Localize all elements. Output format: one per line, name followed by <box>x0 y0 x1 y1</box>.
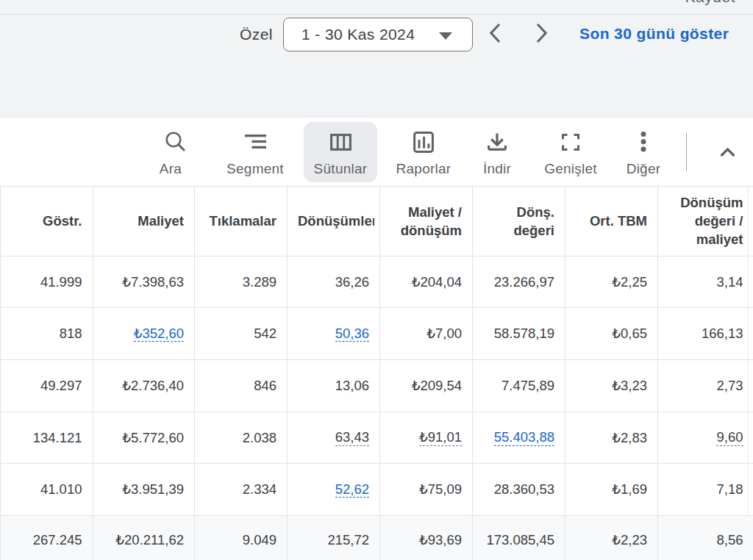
cell-donusum-degeri-maliyet: 166,13 <box>658 308 753 359</box>
cell-gostr: 41.999 <box>1 256 93 308</box>
toolbar-item-label: Diğer <box>599 161 688 177</box>
cell-dons-degeri: 23.266,97 <box>473 256 565 308</box>
column-header-label: Maliyet / <box>408 203 462 221</box>
metric-value: 166,13 <box>702 326 743 341</box>
metric-value: 7.475,89 <box>502 378 554 393</box>
cell-donusum-degeri-maliyet: 8,56 <box>658 516 753 560</box>
cell-maliyet-donusum: ₺7,00 <box>380 308 473 359</box>
column-header-gostr[interactable]: Göstr. <box>1 187 93 256</box>
metrics-table: Göstr.MaliyetTıklamalarDönüşümlerMaliyet… <box>0 186 753 560</box>
next-period-button[interactable] <box>524 15 559 50</box>
metric-value: 13,06 <box>335 378 369 393</box>
metric-value: 9.049 <box>243 532 276 548</box>
google-ads-screen: Kaydet Özel 1 - 30 Kas 2024 Son 30 günü … <box>0 0 753 560</box>
metric-value: 173.085,45 <box>486 532 554 548</box>
column-header-ort-tbm[interactable]: Ort. TBM <box>565 187 658 256</box>
cell-gostr: 818 <box>1 308 93 359</box>
toolbar-item-diger[interactable]: Diğer <box>599 122 688 182</box>
cell-tiklamalar: 2.038 <box>195 412 288 464</box>
table-row-3: 49.297₺2.736,4084613,06₺209,547.475,89₺3… <box>1 360 753 412</box>
date-preset-label: Özel <box>240 18 273 51</box>
metric-value: 2.334 <box>243 481 276 497</box>
column-header-label: Dönş. <box>517 203 554 221</box>
date-range-select[interactable]: 1 - 30 Kas 2024 <box>283 18 473 51</box>
cell-donusum-degeri-maliyet: 2,73 <box>658 360 753 412</box>
metric-link[interactable]: 55.403,88 <box>494 429 554 445</box>
cell-dons-degeri: 55.403,88 <box>473 412 565 464</box>
metric-value: ₺93,69 <box>419 532 462 548</box>
metric-value: 3,14 <box>716 274 743 290</box>
columns-icon <box>304 131 377 153</box>
column-header-maliyet-donusum[interactable]: Maliyet /dönüşüm <box>380 187 473 256</box>
cell-maliyet: ₺2.736,40 <box>93 360 196 412</box>
cell-maliyet: ₺20.211,62 <box>93 516 196 560</box>
column-header-dons-degeri[interactable]: Dönş.değeri <box>473 187 565 256</box>
search-icon <box>126 131 215 153</box>
toolbar-item-label: Sütunlar <box>304 161 377 177</box>
metric-link[interactable]: 9,60 <box>716 429 743 445</box>
metric-value: ₺2,23 <box>612 532 647 548</box>
table-row-1: 41.999₺7.398,633.28936,26₺204,0423.266,9… <box>1 256 753 309</box>
save-button[interactable]: Kaydet <box>685 0 735 6</box>
column-header-label: Dönüşümler <box>298 212 374 230</box>
metric-link[interactable]: 52,62 <box>335 481 369 498</box>
cell-maliyet: ₺5.772,60 <box>93 412 196 464</box>
cell-dons-degeri: 28.360,53 <box>473 464 565 515</box>
collapse-toolbar-button[interactable] <box>710 134 746 170</box>
previous-period-button[interactable] <box>478 15 513 50</box>
column-header-donusumler[interactable]: Dönüşümler <box>288 187 380 256</box>
column-header-label: Ort. TBM <box>590 212 647 230</box>
toolbar-item-label: Segment <box>211 161 299 177</box>
metric-value: 2.038 <box>243 430 276 445</box>
metric-value: ₺3,23 <box>612 378 647 393</box>
cell-donusumler: 50,36 <box>288 308 380 359</box>
table-row-5: 41.010₺3.951,392.33452,62₺75,0928.360,53… <box>1 464 753 516</box>
cell-tiklamalar: 846 <box>195 360 288 412</box>
table-right-edge-line <box>748 186 749 515</box>
metric-value: ₺3.951,39 <box>122 481 184 497</box>
cell-ort-tbm: ₺1,69 <box>565 464 658 515</box>
table-toolbar: AraSegmentSütunlarRaporlarİndirGenişletD… <box>0 118 753 186</box>
cell-maliyet: ₺3.951,39 <box>93 464 196 515</box>
metric-value: 36,26 <box>335 274 369 290</box>
metric-value: ₺0,65 <box>612 326 647 341</box>
cell-donusum-degeri-maliyet: 3,14 <box>658 256 753 308</box>
cell-donusumler: 36,26 <box>288 256 380 308</box>
cell-donusum-degeri-maliyet: 7,18 <box>658 464 753 515</box>
metric-value: 28.360,53 <box>494 481 554 497</box>
cell-maliyet: ₺7.398,63 <box>93 256 196 308</box>
toolbar-item-segment[interactable]: Segment <box>211 122 299 182</box>
cell-maliyet-donusum: ₺209,54 <box>380 360 473 412</box>
metric-value: ₺1,69 <box>612 481 647 497</box>
cell-maliyet-donusum: ₺75,09 <box>380 464 473 515</box>
cell-ort-tbm: ₺0,65 <box>565 308 658 359</box>
metric-link[interactable]: 63,43 <box>335 429 369 445</box>
column-header-tiklamalar[interactable]: Tıklamalar <box>195 187 288 256</box>
cell-tiklamalar: 3.289 <box>195 256 288 308</box>
metric-value: 41.999 <box>40 274 82 290</box>
metric-link[interactable]: ₺352,60 <box>134 326 184 342</box>
metric-value: ₺209,54 <box>412 378 462 393</box>
metric-value: 134.121 <box>33 430 82 445</box>
metric-value: 49.297 <box>40 378 82 393</box>
caret-down-icon <box>439 32 452 40</box>
column-header-donusum-degeri-maliyet[interactable]: Dönüşümdeğeri /maliyet <box>658 187 753 256</box>
cell-gostr: 41.010 <box>1 464 93 515</box>
cell-maliyet-donusum: ₺204,04 <box>380 256 473 308</box>
metric-link[interactable]: ₺91,01 <box>419 429 462 445</box>
metric-value: 3.289 <box>243 274 276 290</box>
toolbar-item-label: Ara <box>126 161 215 177</box>
toolbar-item-sutunlar[interactable]: Sütunlar <box>304 122 377 182</box>
column-header-label: Göstr. <box>43 212 82 230</box>
cell-tiklamalar: 542 <box>195 308 288 359</box>
column-header-maliyet[interactable]: Maliyet <box>93 187 196 256</box>
toolbar-item-ara[interactable]: Ara <box>126 122 215 182</box>
metric-value: ₺75,09 <box>419 481 462 497</box>
show-last-30-days-link[interactable]: Son 30 günü göster <box>579 15 729 53</box>
metric-value: ₺5.772,60 <box>122 430 184 445</box>
column-header-label: değeri <box>513 221 554 240</box>
toolbar-divider <box>686 133 687 171</box>
metric-link[interactable]: 50,36 <box>335 326 369 342</box>
metric-value: 818 <box>60 326 82 341</box>
cell-donusum-degeri-maliyet: 9,60 <box>658 412 753 464</box>
